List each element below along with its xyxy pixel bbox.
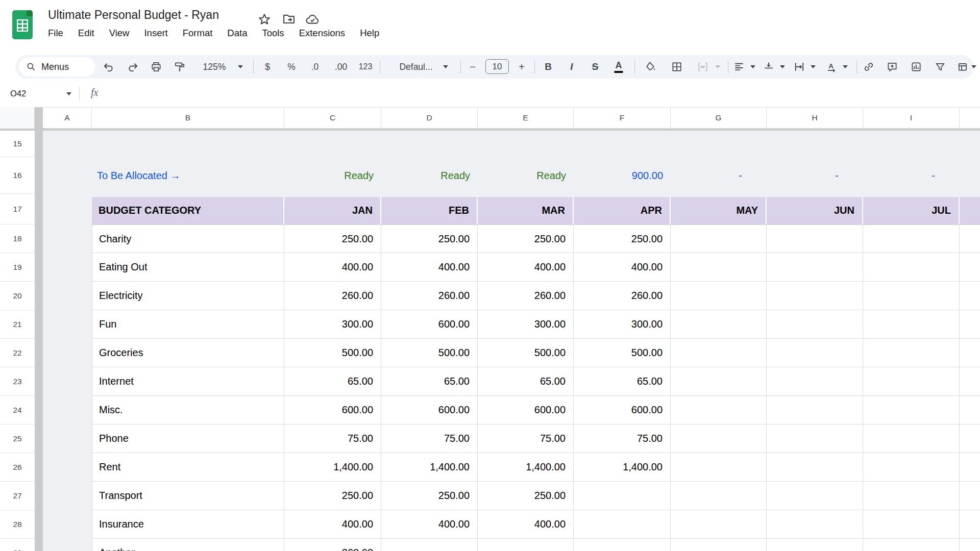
cell-C18[interactable]: 250.00 bbox=[284, 224, 381, 253]
cell-C19[interactable]: 400.00 bbox=[284, 253, 381, 282]
cell-B22[interactable]: Groceries bbox=[92, 339, 284, 367]
cell-G20[interactable] bbox=[671, 282, 767, 310]
horizontal-align-button[interactable] bbox=[733, 61, 745, 73]
cell-B24[interactable]: Misc. bbox=[92, 396, 284, 424]
cell-E16[interactable]: Ready bbox=[478, 157, 574, 194]
row-header-28[interactable]: 28 bbox=[0, 510, 35, 539]
star-icon[interactable] bbox=[257, 12, 272, 27]
cell-D17[interactable]: FEB bbox=[381, 197, 478, 224]
column-header-A[interactable]: A bbox=[43, 107, 92, 129]
cell-I29[interactable] bbox=[863, 539, 960, 551]
column-header-F[interactable]: F bbox=[574, 107, 671, 129]
cell-B18[interactable]: Charity bbox=[92, 224, 284, 253]
document-title[interactable]: Ultimate Personal Budget - Ryan bbox=[48, 8, 219, 22]
column-header-I[interactable]: I bbox=[863, 107, 960, 129]
cell-C23[interactable]: 65.00 bbox=[284, 367, 381, 396]
zoom-caret-icon[interactable] bbox=[238, 65, 243, 68]
cell-D22[interactable]: 500.00 bbox=[381, 339, 478, 367]
cell-E28[interactable]: 400.00 bbox=[478, 510, 574, 539]
cell-E24[interactable]: 600.00 bbox=[478, 396, 574, 424]
cell-B19[interactable]: Eating Out bbox=[92, 253, 284, 282]
move-folder-icon[interactable] bbox=[282, 12, 296, 27]
cell-E19[interactable]: 400.00 bbox=[478, 253, 574, 282]
row-header-25[interactable]: 25 bbox=[0, 424, 35, 453]
cloud-saved-icon[interactable] bbox=[305, 12, 320, 27]
fill-color-button[interactable] bbox=[645, 61, 656, 73]
cell-F16[interactable]: 900.00 bbox=[574, 157, 671, 194]
cell-I17[interactable]: JUL bbox=[863, 197, 960, 224]
horizontal-align-caret-icon[interactable] bbox=[750, 65, 755, 68]
cell-J17[interactable] bbox=[960, 197, 980, 224]
strikethrough-button[interactable]: S bbox=[592, 61, 599, 72]
cell-D23[interactable]: 65.00 bbox=[381, 367, 478, 396]
cell-F20[interactable]: 260.00 bbox=[574, 282, 671, 310]
cell-C28[interactable]: 400.00 bbox=[284, 510, 381, 539]
cell-B17[interactable]: BUDGET CATEGORY bbox=[92, 197, 284, 224]
cell-J19[interactable] bbox=[960, 253, 980, 282]
cell-F29[interactable] bbox=[574, 539, 671, 551]
cell-E22[interactable]: 500.00 bbox=[478, 339, 574, 367]
cell-J22[interactable] bbox=[960, 339, 980, 367]
menu-edit[interactable]: Edit bbox=[78, 28, 94, 39]
cell-C29[interactable]: 300.00 bbox=[284, 539, 381, 551]
name-box[interactable]: O42 bbox=[10, 80, 26, 107]
cell-E29[interactable] bbox=[478, 539, 574, 551]
menu-extensions[interactable]: Extensions bbox=[299, 28, 346, 39]
bold-button[interactable]: B bbox=[545, 61, 552, 72]
cell-F25[interactable]: 75.00 bbox=[574, 424, 671, 453]
cell-H18[interactable] bbox=[767, 224, 863, 253]
cell-H24[interactable] bbox=[767, 396, 863, 424]
column-header-B[interactable]: B bbox=[92, 107, 284, 129]
sheets-logo-icon[interactable] bbox=[12, 10, 33, 39]
insert-link-button[interactable] bbox=[863, 61, 875, 73]
cell-G16[interactable]: - bbox=[671, 157, 767, 194]
row-header-19[interactable]: 19 bbox=[0, 253, 35, 282]
cell-J20[interactable] bbox=[960, 282, 980, 310]
row-header-21[interactable]: 21 bbox=[0, 310, 35, 339]
cell-I21[interactable] bbox=[863, 310, 960, 339]
cell-E23[interactable]: 65.00 bbox=[478, 367, 574, 396]
cell-J28[interactable] bbox=[960, 510, 980, 539]
decrease-decimal-button[interactable]: .0 bbox=[311, 62, 319, 72]
merge-caret-icon[interactable] bbox=[715, 65, 720, 68]
cell-I16[interactable]: - bbox=[863, 157, 960, 194]
column-header-partial[interactable] bbox=[960, 107, 980, 129]
cell-I23[interactable] bbox=[863, 367, 960, 396]
cell-F21[interactable]: 300.00 bbox=[574, 310, 671, 339]
row-header-20[interactable]: 20 bbox=[0, 282, 35, 310]
name-box-caret-icon[interactable] bbox=[66, 92, 71, 95]
cell-D28[interactable]: 400.00 bbox=[381, 510, 478, 539]
cell-G24[interactable] bbox=[671, 396, 767, 424]
cell-B20[interactable]: Electricity bbox=[92, 282, 284, 310]
redo-button[interactable] bbox=[127, 61, 139, 73]
cell-D24[interactable]: 600.00 bbox=[381, 396, 478, 424]
row-header-29[interactable]: 29 bbox=[0, 539, 35, 551]
cell-D27[interactable]: 250.00 bbox=[381, 482, 478, 510]
row-header-18[interactable]: 18 bbox=[0, 224, 35, 253]
format-currency-button[interactable]: $ bbox=[265, 62, 270, 72]
row-header-22[interactable]: 22 bbox=[0, 339, 35, 367]
text-rotation-caret-icon[interactable] bbox=[843, 65, 848, 68]
text-rotation-button[interactable]: A bbox=[826, 61, 838, 73]
cell-G22[interactable] bbox=[671, 339, 767, 367]
cell-C25[interactable]: 75.00 bbox=[284, 424, 381, 453]
cell-B28[interactable]: Insurance bbox=[92, 510, 284, 539]
cell-D16[interactable]: Ready bbox=[381, 157, 478, 194]
cell-H21[interactable] bbox=[767, 310, 863, 339]
cell-E25[interactable]: 75.00 bbox=[478, 424, 574, 453]
merge-cells-button[interactable] bbox=[697, 61, 709, 73]
sheet-views-button[interactable] bbox=[957, 61, 969, 73]
text-wrap-button[interactable] bbox=[794, 61, 805, 73]
cell-F23[interactable]: 65.00 bbox=[574, 367, 671, 396]
column-header-D[interactable]: D bbox=[381, 107, 478, 129]
text-color-button[interactable]: A bbox=[615, 61, 623, 73]
italic-button[interactable]: I bbox=[570, 61, 573, 72]
more-formats-button[interactable]: 123 bbox=[359, 62, 373, 71]
cell-I22[interactable] bbox=[863, 339, 960, 367]
cell-J21[interactable] bbox=[960, 310, 980, 339]
cell-H22[interactable] bbox=[767, 339, 863, 367]
font-size-input[interactable]: 10 bbox=[485, 59, 509, 74]
cell-H19[interactable] bbox=[767, 253, 863, 282]
cell-D25[interactable]: 75.00 bbox=[381, 424, 478, 453]
cell-E26[interactable]: 1,400.00 bbox=[478, 453, 574, 482]
